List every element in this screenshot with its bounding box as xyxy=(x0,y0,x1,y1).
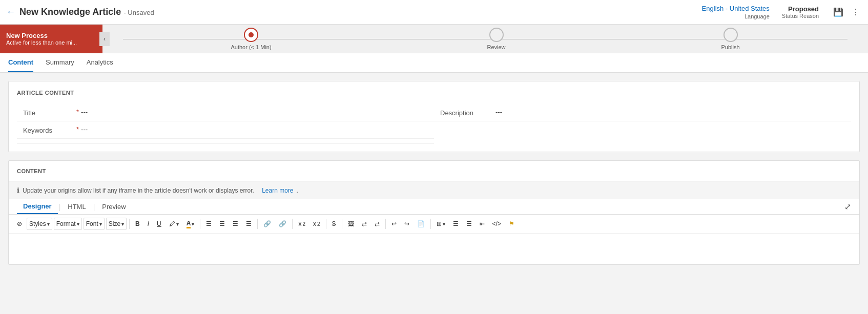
title-field-row: Title * --- xyxy=(17,104,434,121)
sep-2: | xyxy=(92,203,96,211)
keywords-field-row: Keywords * --- xyxy=(17,121,434,139)
page-title: New Knowledge Article - Unsaved xyxy=(19,7,154,17)
font-color-chevron xyxy=(192,220,194,227)
main-content: ARTICLE CONTENT Title * --- Keywords * -… xyxy=(0,73,868,273)
redo-button[interactable]: ↪ xyxy=(401,218,412,230)
sep-5 xyxy=(257,219,258,229)
image-button[interactable]: 🖼 xyxy=(345,218,357,230)
unordered-list-button[interactable]: ☰ xyxy=(463,218,475,230)
highlight-button[interactable]: 🖊 xyxy=(166,218,182,230)
editor-tabs: Designer | HTML | Preview xyxy=(17,199,132,214)
field-divider xyxy=(17,143,434,143)
highlight-icon: 🖊 xyxy=(169,220,175,227)
align-justify-button[interactable]: ☰ xyxy=(243,218,255,230)
align-left-button[interactable]: ☰ xyxy=(203,218,215,230)
superscript-button[interactable]: x2 xyxy=(295,218,308,230)
source-button[interactable]: 📄 xyxy=(414,218,428,230)
bold-button[interactable]: B xyxy=(132,218,143,230)
tab-content[interactable]: Content xyxy=(8,53,33,72)
italic-button[interactable]: I xyxy=(144,218,152,230)
article-content-title: ARTICLE CONTENT xyxy=(17,90,851,96)
language-sub-label: Language xyxy=(745,13,770,19)
save-button[interactable]: 💾 xyxy=(831,6,845,18)
tab-html[interactable]: HTML xyxy=(61,200,92,214)
keywords-value[interactable]: --- xyxy=(81,125,88,133)
code-button[interactable]: </> xyxy=(489,218,504,230)
status-value: Proposed xyxy=(782,5,819,13)
process-bar: New Process Active for less than one mi.… xyxy=(0,25,868,53)
process-step-author: Author (< 1 Min) xyxy=(231,28,271,50)
unsaved-label: - Unsaved xyxy=(123,9,154,16)
process-step-publish: Publish xyxy=(721,28,739,50)
learn-more-link[interactable]: Learn more xyxy=(262,187,293,194)
title-value[interactable]: --- xyxy=(81,108,88,116)
editor-tabs-row: Designer | HTML | Preview ⤢ xyxy=(9,199,859,215)
unlink-button[interactable]: 🔗 xyxy=(276,218,290,230)
editor-toolbar: ⊘ Styles Format Font Size B I U 🖊 xyxy=(9,215,859,234)
ordered-list-button[interactable]: ☰ xyxy=(450,218,462,230)
status-sub-label: Status Reason xyxy=(782,13,819,19)
undo-button[interactable]: ↩ xyxy=(388,218,400,230)
indent-decrease-button[interactable]: ⇤ xyxy=(477,218,488,230)
sep-6 xyxy=(292,219,293,229)
underline-button[interactable]: U xyxy=(154,218,164,230)
language-link[interactable]: English - United States xyxy=(702,5,770,12)
sep-3 xyxy=(129,219,130,229)
keywords-required: * xyxy=(76,125,79,133)
format-label: Format xyxy=(56,220,76,227)
process-sub: Active for less than one mi... xyxy=(6,39,96,46)
status-section: Proposed Status Reason xyxy=(782,5,819,19)
ltr-button[interactable]: ⇄ xyxy=(359,218,370,230)
tab-summary[interactable]: Summary xyxy=(46,53,74,72)
header-left: ← New Knowledge Article - Unsaved xyxy=(6,7,154,17)
more-options-button[interactable]: ⋮ xyxy=(850,6,862,18)
font-label: Font xyxy=(86,220,98,227)
font-dropdown[interactable]: Font xyxy=(84,218,105,230)
process-label-box: New Process Active for less than one mi.… xyxy=(0,25,102,53)
styles-dropdown[interactable]: Styles xyxy=(27,218,52,230)
link-button[interactable]: 🔗 xyxy=(260,218,274,230)
align-center-button[interactable]: ☰ xyxy=(216,218,228,230)
content-section-header: CONTENT xyxy=(9,161,859,181)
table-chevron xyxy=(443,220,445,227)
rtl-button[interactable]: ⇄ xyxy=(371,218,383,230)
subscript-button[interactable]: x2 xyxy=(310,218,323,230)
back-button[interactable]: ← xyxy=(6,7,15,17)
fields-grid: Title * --- Keywords * --- Description -… xyxy=(17,104,851,143)
process-name: New Process xyxy=(6,32,96,39)
process-steps: Author (< 1 Min) Review Publish xyxy=(102,28,868,50)
process-collapse-button[interactable]: ‹ xyxy=(99,32,110,46)
tab-analytics[interactable]: Analytics xyxy=(87,53,113,72)
clear-formatting-button[interactable]: ⊘ xyxy=(14,218,25,230)
expand-button[interactable]: ⤢ xyxy=(844,202,851,212)
process-step-review: Review xyxy=(487,28,506,50)
align-right-button[interactable]: ☰ xyxy=(230,218,241,230)
info-icon: ℹ xyxy=(17,186,19,194)
format-dropdown[interactable]: Format xyxy=(54,218,82,230)
article-content-card: ARTICLE CONTENT Title * --- Keywords * -… xyxy=(8,81,860,152)
step-circle-author xyxy=(244,28,258,42)
sep-1: | xyxy=(58,203,62,211)
info-period: . xyxy=(297,187,298,194)
highlight-chevron xyxy=(176,220,179,227)
font-chevron xyxy=(99,220,102,227)
styles-chevron xyxy=(47,220,50,227)
tab-designer[interactable]: Designer xyxy=(17,199,58,214)
title-required: * xyxy=(76,108,79,116)
description-value[interactable]: --- xyxy=(495,108,502,116)
step-label-review: Review xyxy=(487,44,506,50)
tabs-bar: Content Summary Analytics xyxy=(0,53,868,73)
table-button[interactable]: ⊞ xyxy=(433,218,448,230)
tab-preview[interactable]: Preview xyxy=(96,200,132,214)
size-chevron xyxy=(121,220,124,227)
sep-8 xyxy=(342,219,342,229)
left-fields: Title * --- Keywords * --- xyxy=(17,104,434,143)
header: ← New Knowledge Article - Unsaved Englis… xyxy=(0,0,868,25)
step-label-author: Author (< 1 Min) xyxy=(231,44,271,50)
header-right: English - United States Language Propose… xyxy=(702,5,862,20)
editor-body[interactable] xyxy=(9,234,859,264)
size-dropdown[interactable]: Size xyxy=(106,218,127,230)
font-color-button[interactable]: A xyxy=(183,218,198,230)
flag-button[interactable]: ⚑ xyxy=(506,218,518,230)
strikethrough-button[interactable]: S xyxy=(329,218,339,230)
